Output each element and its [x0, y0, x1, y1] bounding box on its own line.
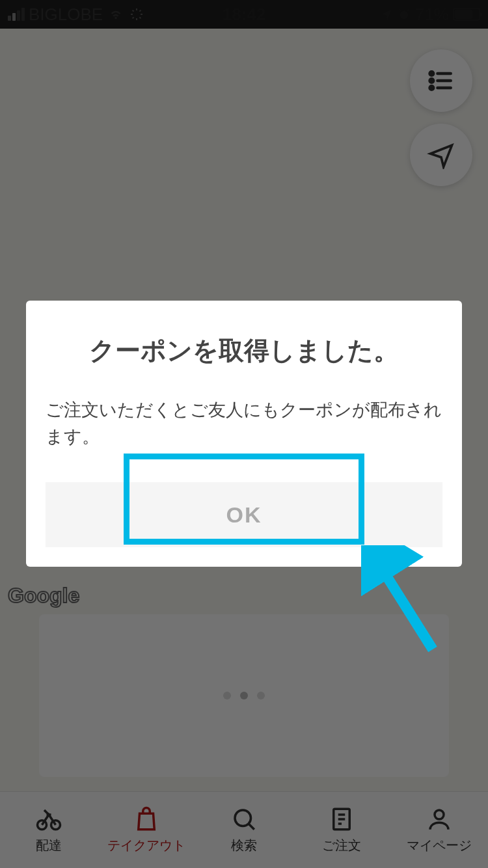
modal-title: クーポンを取得しました。 — [26, 333, 462, 368]
coupon-modal: クーポンを取得しました。 ご注文いただくとご友人にもクーポンが配布されます。 O… — [26, 301, 462, 567]
ok-button[interactable]: OK — [46, 482, 442, 547]
modal-body: ご注文いただくとご友人にもクーポンが配布されます。 — [26, 397, 462, 450]
